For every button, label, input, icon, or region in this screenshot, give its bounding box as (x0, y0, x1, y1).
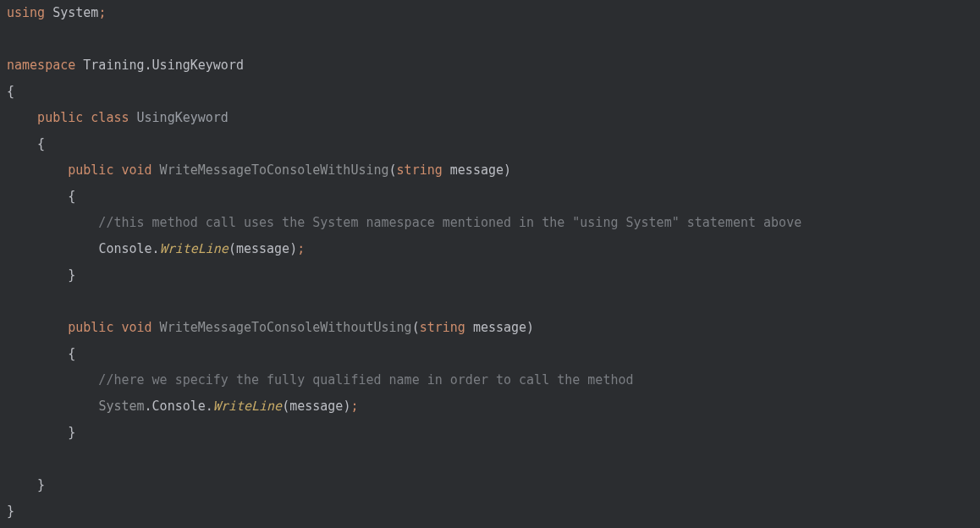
code-line-7[interactable]: public void WriteMessageToConsoleWithUsi… (7, 157, 980, 184)
type-console: Console (152, 399, 206, 414)
code-line-3[interactable]: namespace Training.UsingKeyword (7, 52, 980, 79)
type-system: System (98, 399, 144, 414)
code-line-4[interactable]: { (7, 79, 980, 105)
method-writeline: WriteLine (213, 399, 282, 414)
code-line-16[interactable]: System.Console.WriteLine(message); (7, 393, 980, 420)
indent (7, 241, 98, 256)
keyword-void: void (113, 320, 151, 335)
paren-close: ) (526, 320, 534, 335)
brace-close: } (7, 267, 75, 283)
brace-close: } (7, 477, 45, 492)
code-line-6[interactable]: { (7, 131, 980, 157)
code-line-19[interactable]: } (7, 472, 980, 498)
namespace-name: Training.UsingKeyword (75, 58, 244, 73)
paren-open: ( (412, 320, 420, 335)
comment: //this method call uses the System names… (7, 215, 801, 230)
brace-open: { (7, 84, 14, 99)
keyword-using: using (7, 5, 45, 20)
code-line-8[interactable]: { (7, 184, 980, 210)
param-message: message (443, 162, 504, 178)
code-line-18[interactable] (7, 446, 980, 472)
paren-close: ) (289, 241, 297, 256)
brace-open: { (7, 136, 45, 151)
type-string: string (420, 320, 465, 335)
semicolon: ; (98, 5, 106, 20)
paren-open: ( (389, 162, 397, 178)
method-name: WriteMessageToConsoleWithoutUsing (152, 320, 412, 335)
type-system: System (45, 5, 98, 20)
code-line-12[interactable] (7, 289, 980, 315)
code-line-10[interactable]: Console.WriteLine(message); (7, 236, 980, 262)
code-line-17[interactable]: } (7, 420, 980, 446)
semicolon: ; (350, 399, 358, 414)
param-message: message (465, 320, 526, 335)
keyword-public: public (7, 162, 113, 178)
code-line-11[interactable]: } (7, 262, 980, 289)
semicolon: ; (297, 241, 305, 256)
dot: . (145, 399, 152, 414)
dot: . (152, 241, 160, 256)
comment: //here we specify the fully qualified na… (7, 372, 634, 388)
type-console: Console (98, 241, 151, 256)
code-line-14[interactable]: { (7, 341, 980, 367)
brace-close: } (7, 503, 14, 519)
code-line-2[interactable] (7, 26, 980, 52)
type-string: string (397, 162, 443, 178)
code-line-15[interactable]: //here we specify the fully qualified na… (7, 367, 980, 393)
keyword-namespace: namespace (7, 58, 75, 73)
code-editor[interactable]: using System; namespace Training.UsingKe… (7, 0, 980, 525)
keyword-void: void (113, 162, 151, 178)
paren-open: ( (282, 399, 289, 414)
indent (7, 399, 98, 414)
code-line-9[interactable]: //this method call uses the System names… (7, 210, 980, 236)
method-name: WriteMessageToConsoleWithUsing (152, 162, 389, 178)
code-line-1[interactable]: using System; (7, 0, 980, 26)
brace-open: { (7, 189, 75, 204)
brace-open: { (7, 346, 75, 361)
keyword-class: class (83, 110, 129, 125)
keyword-public: public (7, 110, 83, 125)
paren-close: ) (504, 162, 511, 178)
keyword-public: public (7, 320, 113, 335)
method-writeline: WriteLine (160, 241, 228, 256)
arg-message: message (236, 241, 289, 256)
dot: . (206, 399, 213, 414)
code-line-5[interactable]: public class UsingKeyword (7, 105, 980, 131)
brace-close: } (7, 425, 75, 440)
arg-message: message (289, 399, 343, 414)
paren-open: ( (228, 241, 236, 256)
code-line-20[interactable]: } (7, 498, 980, 525)
class-name: UsingKeyword (129, 110, 228, 125)
code-line-13[interactable]: public void WriteMessageToConsoleWithout… (7, 315, 980, 341)
